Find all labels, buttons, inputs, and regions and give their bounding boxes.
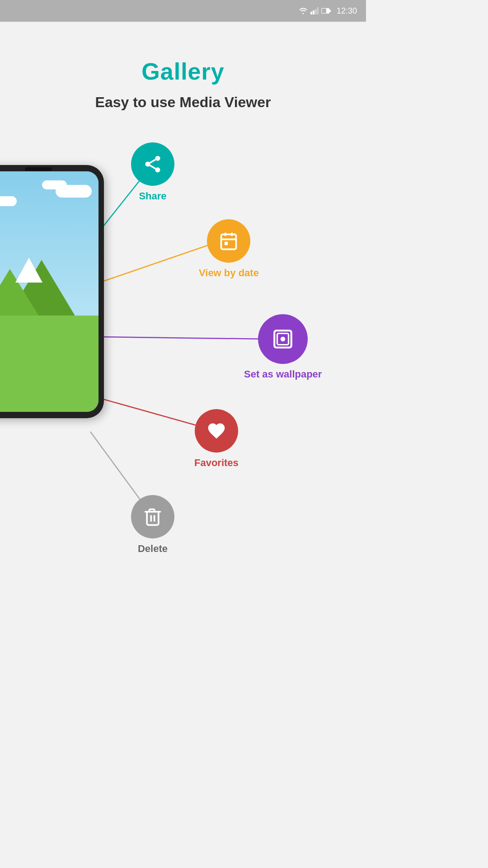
delete-circle[interactable]: [131, 495, 174, 538]
feature-delete[interactable]: Delete: [131, 495, 174, 555]
svg-line-15: [150, 165, 156, 169]
feature-set-wallpaper[interactable]: Set as wallpaper: [244, 314, 322, 380]
svg-rect-6: [329, 9, 331, 12]
phone-notch: [25, 167, 52, 171]
app-subtitle: Easy to use Media Viewer: [95, 94, 271, 111]
phone-ground: [0, 316, 99, 412]
svg-point-12: [155, 156, 160, 161]
trash-icon: [143, 507, 163, 527]
date-circle[interactable]: [207, 219, 250, 263]
svg-rect-1: [313, 10, 314, 14]
signal-icon: [310, 7, 319, 14]
svg-rect-0: [310, 12, 312, 14]
share-icon: [143, 154, 163, 174]
wallpaper-circle[interactable]: [258, 314, 308, 364]
favorites-circle[interactable]: [195, 409, 238, 453]
cloud-3: [0, 196, 17, 206]
svg-rect-17: [221, 234, 236, 249]
svg-line-9: [95, 337, 269, 339]
svg-rect-3: [317, 7, 319, 14]
feature-area: Share View by date: [0, 138, 366, 726]
phone-mockup: [0, 165, 104, 418]
delete-label: Delete: [138, 543, 168, 555]
status-time: 12:30: [337, 6, 357, 16]
main-content: Gallery Easy to use Media Viewer: [0, 22, 366, 726]
wallpaper-icon: [272, 328, 294, 350]
feature-favorites[interactable]: Favorites: [194, 409, 239, 469]
svg-point-13: [145, 162, 150, 167]
feature-view-by-date[interactable]: View by date: [199, 219, 259, 279]
wallpaper-label: Set as wallpaper: [244, 368, 322, 380]
svg-rect-5: [322, 9, 326, 13]
status-icons: 12:30: [299, 6, 357, 16]
svg-rect-21: [225, 242, 228, 245]
svg-rect-2: [315, 9, 317, 14]
favorites-label: Favorites: [194, 457, 239, 469]
phone-screen: [0, 171, 99, 412]
calendar-icon: [219, 231, 239, 251]
svg-point-14: [155, 167, 160, 172]
cloud-2: [42, 180, 67, 189]
app-title: Gallery: [141, 58, 224, 85]
feature-share[interactable]: Share: [131, 142, 174, 202]
share-circle[interactable]: [131, 142, 174, 186]
svg-point-24: [281, 337, 285, 341]
status-bar: 12:30: [0, 0, 366, 22]
date-label: View by date: [199, 267, 259, 279]
wifi-icon: [299, 7, 308, 14]
share-label: Share: [139, 190, 166, 202]
mountain-snow: [15, 258, 42, 283]
svg-line-16: [150, 160, 156, 163]
heart-icon: [206, 421, 226, 441]
battery-icon: [321, 8, 331, 14]
